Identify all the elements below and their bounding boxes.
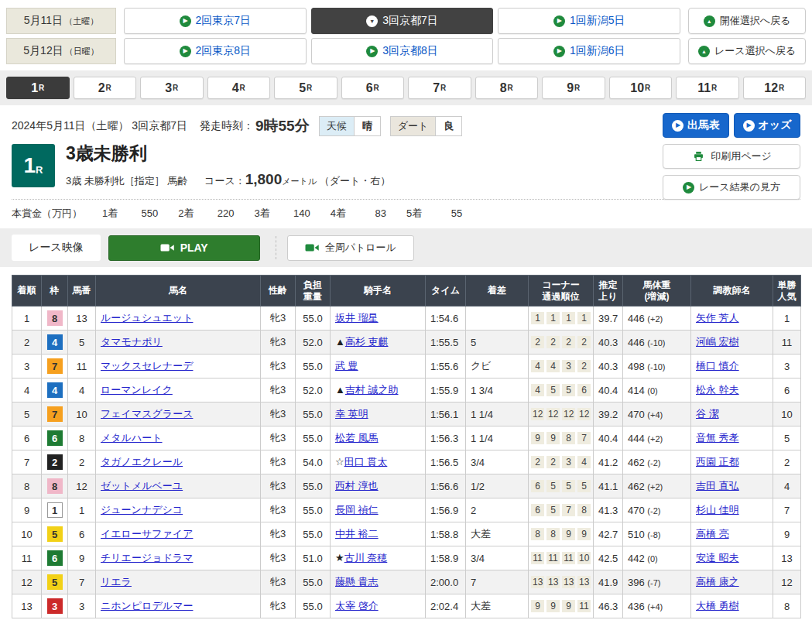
horse-name-link[interactable]: フェイマスグラース: [101, 408, 193, 420]
trainer-name-link[interactable]: 安達 昭夫: [696, 552, 739, 564]
jockey-name-link[interactable]: 坂井 瑠星: [335, 312, 379, 324]
last-3f-time: 41.3: [594, 498, 623, 522]
horse-weight-cell: 462 (+2): [623, 474, 691, 498]
jockey-name-link[interactable]: 幸 英明: [335, 408, 368, 420]
print-page-button[interactable]: 印刷用ページ: [663, 144, 800, 169]
trainer-name-link[interactable]: 河嶋 宏樹: [696, 336, 739, 348]
play-button[interactable]: PLAY: [108, 235, 260, 261]
corner-position: 1: [562, 312, 575, 324]
horse-name-link[interactable]: ゼットメルベーユ: [101, 480, 183, 492]
horse-weight-cell: 510 (-8): [623, 522, 691, 546]
race-tab-7r[interactable]: 7R: [408, 77, 471, 99]
race-tab-1r[interactable]: 1R: [6, 77, 70, 99]
corner-positions: 6578: [533, 504, 588, 516]
trainer-name-link[interactable]: 矢作 芳人: [696, 312, 739, 324]
horse-weight-diff: (+2): [647, 314, 663, 324]
shutsuba-button[interactable]: ▶ 出馬表: [663, 113, 729, 138]
horse-name-link[interactable]: タガノエクレール: [101, 456, 183, 468]
horse-name-link[interactable]: メタルハート: [101, 432, 163, 444]
corner-positions-cell: 2222: [529, 331, 594, 355]
trainer-cell: 河嶋 宏樹: [691, 331, 773, 355]
corner-positions: 8899: [533, 528, 588, 540]
horse-name-link[interactable]: チリエージョドラマ: [101, 552, 193, 564]
race-tab-12r[interactable]: 12R: [743, 77, 807, 99]
back-to-race-select-button[interactable]: ▲レース選択へ戻る: [688, 38, 806, 64]
sex-age: 牝3: [261, 307, 296, 331]
horse-name-link[interactable]: ルージュシュエット: [101, 312, 193, 324]
weather-value: 晴: [354, 117, 380, 135]
jockey-name-link[interactable]: 西村 淳也: [335, 480, 379, 492]
trainer-name-link[interactable]: 西園 正都: [696, 456, 739, 468]
margin: 5: [466, 331, 529, 355]
odds-button[interactable]: ▶ オッズ: [734, 113, 800, 138]
race-tab-5r[interactable]: 5R: [274, 77, 337, 99]
race-tab-4r[interactable]: 4R: [207, 77, 271, 99]
how-to-read-button[interactable]: ▶ レース結果の見方: [663, 175, 800, 200]
trainer-name-link[interactable]: 吉田 直弘: [696, 480, 739, 492]
trainer-name-link[interactable]: 音無 秀孝: [696, 432, 739, 444]
trainer-name-link[interactable]: 杉山 佳明: [696, 504, 739, 516]
frame-number-badge: 2: [47, 454, 63, 470]
jockey-name-link[interactable]: 長岡 禎仁: [335, 504, 379, 516]
jockey-name-link[interactable]: 藤懸 貴志: [335, 576, 379, 587]
race-tab-2r[interactable]: 2R: [74, 77, 137, 99]
race-tab-6r[interactable]: 6R: [341, 77, 405, 99]
horse-weight-cell: 396 (-7): [623, 570, 691, 594]
back-to-kaisai-button[interactable]: ▲開催選択へ戻る: [688, 8, 806, 34]
trainer-name-link[interactable]: 松永 幹夫: [696, 384, 739, 396]
frame-number-badge: 8: [47, 310, 63, 326]
jockey-name-link[interactable]: 松若 風馬: [335, 432, 379, 444]
results-header-row: 着順枠馬番馬名性齢負担重量騎手名タイム着差コーナー通過順位推定上り馬体重(増減)…: [12, 276, 801, 307]
horse-weight-diff: (0): [647, 386, 657, 396]
jockey-cell: 太宰 啓介: [331, 594, 426, 618]
jockey-name-link[interactable]: 武 豊: [335, 360, 358, 372]
meeting-button-2-2[interactable]: ▶3回京都8日: [311, 38, 494, 64]
trainer-name-link[interactable]: 橋口 慎介: [696, 360, 739, 372]
jockey-name-link[interactable]: 太宰 啓介: [335, 600, 379, 611]
result-row: 1169チリエージョドラマ牝351.0★古川 奈穂1:58.93/4111111…: [12, 546, 801, 570]
corner-position: 9: [546, 600, 560, 612]
jockey-name-link[interactable]: 中井 裕二: [335, 528, 379, 540]
horse-name-link[interactable]: リエラ: [101, 576, 132, 587]
meeting-button-1-2[interactable]: ▼3回京都7日: [311, 8, 494, 34]
corner-position: 4: [531, 384, 544, 396]
meeting-button-1-1[interactable]: ▶2回東京7日: [124, 8, 307, 34]
meeting-button-1-3[interactable]: ▶1回新潟5日: [498, 8, 680, 34]
race-video-label: レース映像: [12, 235, 101, 261]
horse-name-cell: チリエージョドラマ: [96, 546, 261, 570]
race-tab-10r[interactable]: 10R: [609, 77, 673, 99]
finish-time: 1:54.6: [426, 307, 466, 331]
trainer-name-link[interactable]: 高橋 康之: [696, 576, 739, 587]
horse-name-link[interactable]: イエローサファイア: [101, 528, 193, 540]
horse-name-link[interactable]: マックスセレナーデ: [101, 360, 193, 372]
result-row: 668メタルハート牝355.0松若 風馬1:56.31 1/4998740.44…: [12, 426, 801, 450]
corner-position: 6: [531, 504, 544, 516]
horse-name-link[interactable]: ニホンピロデルマー: [101, 600, 193, 611]
jockey-name-link[interactable]: 古川 奈穂: [344, 552, 388, 564]
horse-name-link[interactable]: ローマンレイク: [101, 384, 173, 396]
trainer-name-link[interactable]: 大橋 勇樹: [696, 600, 739, 611]
race-tab-9r[interactable]: 9R: [542, 77, 605, 99]
sex-age: 牝3: [261, 331, 296, 355]
sex-age: 牝3: [261, 522, 296, 546]
jockey-name-link[interactable]: 田口 貫太: [344, 456, 388, 468]
corner-position: 9: [546, 432, 560, 444]
race-tab-3r[interactable]: 3R: [140, 77, 204, 99]
corner-positions: 99911: [533, 600, 588, 612]
jockey-name-link[interactable]: 吉村 誠之助: [345, 384, 399, 396]
patrol-video-button[interactable]: 全周パトロール: [287, 235, 414, 261]
race-tab-8r[interactable]: 8R: [475, 77, 539, 99]
race-tab-11r[interactable]: 11R: [676, 77, 739, 99]
horse-name-link[interactable]: タマモナポリ: [101, 336, 163, 348]
jockey-name-link[interactable]: 高杉 吏麒: [345, 336, 389, 348]
frame-cell: 6: [42, 546, 68, 570]
trainer-name-link[interactable]: 高橋 亮: [696, 528, 729, 540]
corner-positions-cell: 2234: [529, 450, 594, 474]
corner-position: 6: [531, 480, 544, 492]
meeting-button-2-1[interactable]: ▶2回東京8日: [124, 38, 307, 64]
sex-age: 牝3: [261, 474, 296, 498]
meeting-button-2-3[interactable]: ▶1回新潟6日: [498, 38, 680, 64]
trainer-name-link[interactable]: 谷 潔: [696, 408, 719, 420]
horse-name-link[interactable]: ジューンナデシコ: [101, 504, 183, 516]
win-popularity: 13: [773, 546, 801, 570]
